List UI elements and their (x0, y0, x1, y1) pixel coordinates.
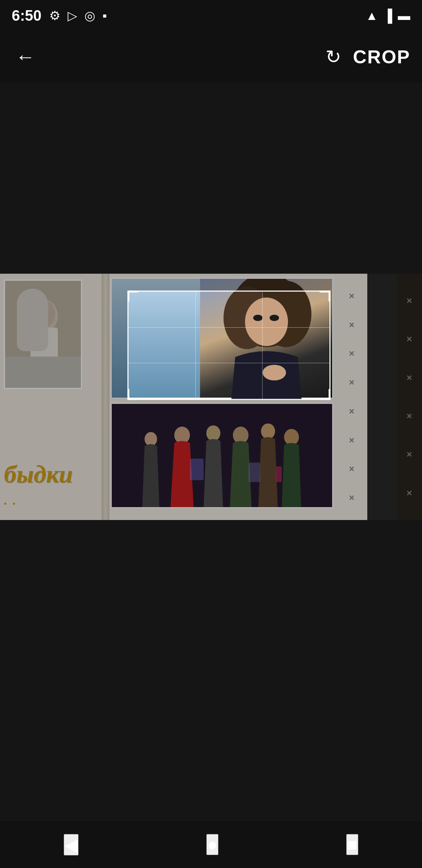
photo-curly-woman (111, 278, 333, 399)
nav-bar: ◀ ● ■ (0, 821, 422, 868)
x-mark-8: × (349, 492, 354, 503)
x-border-6: × (406, 488, 412, 499)
album-area: быдки • • (0, 274, 422, 520)
x-border-3: × (406, 372, 412, 383)
status-bar: 6:50 ⚙ ▷ ◎ ▪ ▲ ▐ ▬ (0, 0, 422, 31)
nav-home-button[interactable]: ● (206, 834, 218, 855)
nav-recent-button[interactable]: ■ (346, 834, 358, 855)
x-border-5: × (406, 449, 412, 460)
dark-overlay-top (0, 82, 422, 274)
photo-group-women (111, 403, 333, 508)
x-pattern-right: × × × × × × × × (336, 274, 367, 520)
crop-grid (129, 292, 329, 399)
svg-point-4 (33, 300, 55, 328)
battery-icon: ▬ (398, 9, 410, 23)
play-icon: ▷ (68, 8, 77, 23)
grid-h1 (129, 327, 329, 328)
crop-handle-tl[interactable] (127, 291, 138, 301)
memory-icon: ▪ (102, 9, 107, 23)
svg-rect-20 (190, 459, 204, 480)
crop-handle-bl[interactable] (127, 389, 138, 400)
x-mark-1: × (349, 291, 354, 301)
dark-overlay-bottom (0, 520, 422, 868)
svg-point-18 (284, 429, 299, 445)
back-button[interactable]: ← (12, 41, 39, 72)
grid-v2 (262, 292, 263, 399)
rotate-icon: ↻ (325, 46, 341, 68)
status-right-icons: ▲ ▐ ▬ (366, 9, 410, 23)
svg-rect-21 (249, 463, 260, 482)
album-spine (102, 274, 109, 520)
x-mark-2: × (349, 319, 354, 330)
crop-handle-br[interactable] (320, 389, 331, 400)
svg-point-17 (261, 423, 275, 439)
x-mark-7: × (349, 463, 354, 474)
x-border-4: × (406, 411, 412, 421)
toolbar: ← ↻ CROP (0, 31, 422, 82)
settings-icon: ⚙ (49, 8, 61, 23)
crop-overlay[interactable] (116, 283, 338, 404)
svg-point-15 (206, 425, 220, 441)
album-left-page: быдки • • (0, 274, 106, 520)
back-arrow-icon: ← (16, 45, 35, 68)
svg-point-19 (145, 432, 157, 446)
x-mark-3: × (349, 348, 354, 359)
svg-rect-0 (5, 281, 82, 389)
wifi-icon: ▲ (366, 9, 378, 23)
x-mark-4: × (349, 377, 354, 388)
dots-decoration: • • (4, 499, 18, 508)
grid-v1 (195, 292, 196, 399)
svg-rect-3 (27, 359, 62, 389)
rotate-button[interactable]: ↻ (325, 46, 341, 68)
x-mark-5: × (349, 406, 354, 417)
right-border-x-area: × × × × × × (397, 274, 422, 520)
status-icons: ⚙ ▷ ◎ ▪ (49, 8, 107, 23)
svg-rect-22 (276, 466, 282, 482)
gold-text: быдки (4, 460, 73, 489)
nav-back-button[interactable]: ◀ (64, 834, 79, 855)
album-right-page: × × × × × × × × (106, 274, 367, 520)
status-time: 6:50 (12, 7, 41, 24)
grid-h2 (129, 363, 329, 363)
x-border-1: × (406, 295, 412, 306)
rss-icon: ◎ (84, 8, 95, 23)
crop-handle-tr[interactable] (320, 291, 331, 301)
crop-button[interactable]: CROP (353, 46, 410, 68)
crop-frame[interactable] (127, 291, 331, 400)
svg-rect-2 (30, 328, 58, 375)
x-border-2: × (406, 334, 412, 344)
x-mark-6: × (349, 435, 354, 446)
signal-icon: ▐ (383, 9, 392, 23)
photo-woman-white (4, 280, 82, 389)
